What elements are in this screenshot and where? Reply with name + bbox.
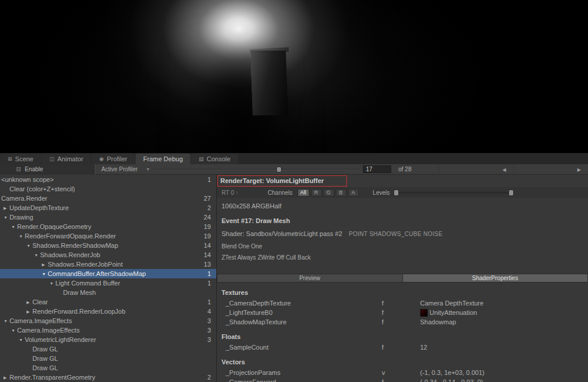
shader-line: Shader: Sandbox/VolumetricLight pass #2 … bbox=[217, 224, 588, 237]
levels-slider[interactable] bbox=[395, 192, 513, 194]
tree-row[interactable]: ▼ Shadows.RenderShadowMap 14 bbox=[0, 241, 216, 250]
tab-label: Console bbox=[207, 155, 230, 162]
property-flag: f bbox=[382, 318, 420, 325]
channel-button-b[interactable]: B bbox=[336, 189, 346, 197]
frame-number-input[interactable] bbox=[363, 165, 391, 173]
levels-max-handle[interactable] bbox=[508, 190, 514, 196]
tree-row[interactable]: ▼ CommandBuffer.AfterShadowMap 1 bbox=[0, 269, 216, 278]
tree-row[interactable]: ▼ VolumetricLightRenderer 3 bbox=[0, 335, 216, 344]
tab-shaderproperties[interactable]: ShaderProperties bbox=[403, 274, 588, 283]
tree-row[interactable]: Draw GL bbox=[0, 344, 216, 354]
expand-arrow-icon[interactable]: ▼ bbox=[19, 234, 25, 238]
tree-row[interactable]: ▼ Drawing 24 bbox=[0, 212, 216, 222]
tree-row[interactable]: ▶ Clear 1 bbox=[0, 297, 216, 307]
expand-arrow-icon[interactable]: ▼ bbox=[42, 272, 48, 276]
tree-item-label: Render.OpaqueGeometry bbox=[17, 223, 204, 230]
expand-arrow-icon[interactable]: ▶ bbox=[27, 310, 32, 314]
tab-scene[interactable]: ⊞Scene bbox=[0, 154, 41, 164]
tree-item-label: Draw GL bbox=[32, 364, 211, 371]
enable-button[interactable]: Enable bbox=[0, 164, 95, 175]
tree-item-count: 3 bbox=[207, 336, 216, 343]
expand-arrow-icon[interactable]: ▼ bbox=[27, 244, 32, 248]
profiler-icon: ◉ bbox=[99, 157, 104, 162]
tree-row[interactable]: Draw Mesh bbox=[0, 288, 216, 297]
tree-row[interactable]: Draw GL bbox=[0, 354, 216, 363]
expand-arrow-icon[interactable]: ▼ bbox=[4, 319, 9, 323]
window-tab-bar: ⊞Scene◫Animator◉ProfilerFrame Debug▤Cons… bbox=[0, 153, 588, 164]
tree-row[interactable]: ▼ Camera.ImageEffects 3 bbox=[0, 325, 216, 335]
tree-item-count: 1 bbox=[207, 176, 216, 183]
tree-row[interactable]: ▶ Render.TransparentGeometry 2 bbox=[0, 373, 216, 382]
tree-item-count: 27 bbox=[204, 195, 216, 202]
shader-property-row: _SampleCount f 12 bbox=[217, 343, 588, 352]
tree-row[interactable]: ▼ Render.OpaqueGeometry 19 bbox=[0, 222, 216, 231]
frame-slider[interactable] bbox=[154, 164, 361, 175]
render-target-size: 1060x258 ARGBHalf bbox=[217, 198, 588, 210]
previous-frame-button[interactable]: ◀ bbox=[438, 164, 513, 175]
tab-animator[interactable]: ◫Animator bbox=[42, 154, 91, 164]
expand-arrow-icon[interactable]: ▼ bbox=[4, 215, 9, 220]
tree-row[interactable]: ▼ RenderForwardOpaque.Render 19 bbox=[0, 231, 216, 241]
next-frame-button[interactable]: ▶ bbox=[513, 164, 588, 175]
shader-property-row: _CameraDepthTexture f Camera DepthTextur… bbox=[217, 298, 588, 308]
tree-row[interactable]: Camera.Render 27 bbox=[0, 194, 216, 203]
tree-item-label: <unknown scope> bbox=[1, 176, 207, 183]
active-profiler-dropdown[interactable]: Active Profiler ▼ bbox=[101, 166, 150, 172]
tree-row[interactable]: ▶ RenderForward.RenderLoopJob 4 bbox=[0, 307, 216, 316]
shader-property-row: _LightTextureB0 f UnityAttenuation bbox=[217, 308, 588, 317]
tree-row[interactable]: ▶ Shadows.RenderJobPoint 13 bbox=[0, 260, 216, 269]
property-name: _LightTextureB0 bbox=[226, 309, 382, 316]
frame-debugger-toolbar: Enable Active Profiler ▼ of 28 ◀ ▶ bbox=[0, 164, 588, 175]
tree-item-count: 24 bbox=[204, 214, 216, 221]
tree-item-count: 19 bbox=[204, 223, 216, 230]
tree-row[interactable]: ▶ UpdateDepthTexture 2 bbox=[0, 203, 216, 212]
channel-button-r[interactable]: R bbox=[311, 189, 322, 197]
active-profiler-label: Active Profiler bbox=[101, 166, 138, 172]
property-value-wrap: Camera DepthTexture bbox=[420, 300, 484, 307]
tree-item-count: 1 bbox=[207, 270, 216, 277]
event-detail-panel: RenderTarget: VolumeLightBuffer RT 0 ↕ C… bbox=[217, 175, 588, 382]
tree-row[interactable]: ▼ Camera.ImageEffects 3 bbox=[0, 316, 216, 325]
tab-label: Scene bbox=[15, 155, 34, 162]
tree-item-label: Light Command Buffer bbox=[55, 280, 207, 287]
expand-arrow-icon[interactable]: ▶ bbox=[4, 206, 9, 210]
tree-row[interactable]: Draw GL bbox=[0, 363, 216, 373]
animator-icon: ◫ bbox=[49, 157, 55, 162]
tree-item-count: 2 bbox=[207, 204, 216, 211]
scene-view bbox=[0, 0, 588, 153]
property-flag: v bbox=[382, 369, 420, 376]
frame-slider-thumb[interactable] bbox=[276, 167, 282, 172]
channel-button-all[interactable]: All bbox=[298, 189, 309, 197]
tree-row[interactable]: ▼ Light Command Buffer 1 bbox=[0, 278, 216, 288]
tab-preview[interactable]: Preview bbox=[217, 274, 403, 283]
tree-item-label: Shadows.RenderJob bbox=[40, 251, 204, 258]
tree-item-count: 3 bbox=[207, 317, 216, 324]
tree-row[interactable]: ▼ Shadows.RenderJob 14 bbox=[0, 250, 216, 260]
tree-item-label: Draw GL bbox=[32, 355, 211, 362]
tab-frame-debug[interactable]: Frame Debug bbox=[136, 154, 190, 164]
property-name: _CameraDepthTexture bbox=[226, 300, 382, 307]
channel-button-a[interactable]: A bbox=[348, 189, 359, 197]
expand-arrow-icon[interactable]: ▼ bbox=[11, 225, 17, 229]
tab-console[interactable]: ▤Console bbox=[191, 154, 238, 164]
expand-arrow-icon[interactable]: ▼ bbox=[49, 281, 55, 285]
property-value: 12 bbox=[420, 344, 427, 351]
tree-row[interactable]: <unknown scope> 1 bbox=[0, 175, 216, 184]
tree-row[interactable]: Clear (color+Z+stencil) bbox=[0, 184, 216, 194]
expand-arrow-icon[interactable]: ▼ bbox=[11, 328, 17, 333]
property-value-wrap: 12 bbox=[420, 344, 427, 351]
event-title: Event #17: Draw Mesh bbox=[217, 210, 588, 224]
tree-item-label: Drawing bbox=[9, 214, 204, 221]
levels-min-handle[interactable] bbox=[394, 190, 399, 196]
tab-label: Animator bbox=[57, 155, 83, 162]
expand-arrow-icon[interactable]: ▼ bbox=[19, 338, 25, 342]
tree-item-label: Camera.ImageEffects bbox=[17, 327, 207, 334]
rt-selector[interactable]: RT 0 ↕ bbox=[222, 190, 238, 196]
expand-arrow-icon[interactable]: ▼ bbox=[34, 253, 40, 257]
expand-arrow-icon[interactable]: ▶ bbox=[4, 376, 9, 380]
channel-button-g[interactable]: G bbox=[323, 189, 334, 197]
tab-profiler[interactable]: ◉Profiler bbox=[91, 154, 135, 164]
expand-arrow-icon[interactable]: ▶ bbox=[27, 300, 32, 304]
expand-arrow-icon[interactable]: ▶ bbox=[42, 263, 48, 267]
tree-item-label: RenderForwardOpaque.Render bbox=[25, 232, 204, 240]
